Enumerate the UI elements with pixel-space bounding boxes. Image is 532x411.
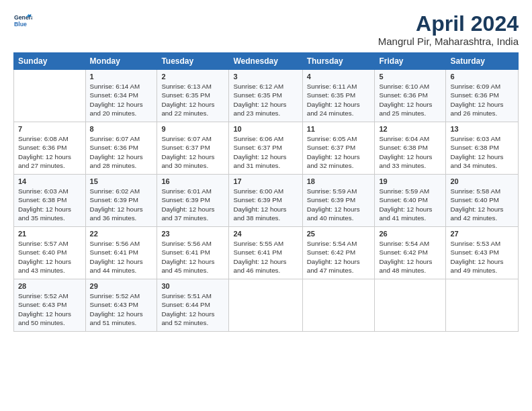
cell-content: Sunrise: 6:10 AM Sunset: 6:36 PM Dayligh… — [379, 82, 441, 118]
day-number: 9 — [161, 125, 224, 133]
cell-content: Sunrise: 5:57 AM Sunset: 6:40 PM Dayligh… — [18, 239, 81, 275]
calendar-cell: 1Sunrise: 6:14 AM Sunset: 6:34 PM Daylig… — [85, 70, 157, 122]
calendar-cell: 13Sunrise: 6:03 AM Sunset: 6:38 PM Dayli… — [446, 122, 519, 175]
calendar-cell: 21Sunrise: 5:57 AM Sunset: 6:40 PM Dayli… — [14, 227, 86, 279]
cell-content: Sunrise: 5:52 AM Sunset: 6:43 PM Dayligh… — [90, 291, 153, 327]
week-row-0: 1Sunrise: 6:14 AM Sunset: 6:34 PM Daylig… — [14, 70, 519, 122]
calendar-cell: 7Sunrise: 6:08 AM Sunset: 6:36 PM Daylig… — [14, 122, 86, 175]
cell-content: Sunrise: 5:59 AM Sunset: 6:40 PM Dayligh… — [379, 187, 441, 222]
cell-content: Sunrise: 5:58 AM Sunset: 6:40 PM Dayligh… — [450, 187, 514, 222]
day-number: 22 — [90, 230, 153, 238]
calendar-table: SundayMondayTuesdayWednesdayThursdayFrid… — [13, 52, 519, 332]
day-number: 18 — [307, 177, 371, 185]
day-number: 30 — [161, 282, 224, 290]
day-number: 5 — [379, 73, 441, 81]
calendar-cell: 2Sunrise: 6:13 AM Sunset: 6:35 PM Daylig… — [157, 70, 229, 122]
day-number: 14 — [18, 177, 81, 185]
cell-content: Sunrise: 6:02 AM Sunset: 6:39 PM Dayligh… — [90, 187, 153, 222]
cell-content: Sunrise: 6:13 AM Sunset: 6:35 PM Dayligh… — [161, 82, 224, 118]
day-number: 12 — [379, 125, 441, 133]
day-number: 3 — [233, 73, 298, 81]
day-number: 19 — [379, 177, 441, 185]
subtitle: Mangrul Pir, Maharashtra, India — [378, 36, 519, 47]
calendar-cell: 20Sunrise: 5:58 AM Sunset: 6:40 PM Dayli… — [446, 175, 519, 227]
cell-content: Sunrise: 6:03 AM Sunset: 6:38 PM Dayligh… — [450, 134, 514, 170]
cell-content: Sunrise: 6:14 AM Sunset: 6:34 PM Dayligh… — [90, 82, 153, 118]
day-number: 6 — [450, 73, 514, 81]
day-number: 21 — [18, 230, 81, 238]
header: General Blue April 2024 Mangrul Pir, Mah… — [13, 12, 519, 47]
day-number: 20 — [450, 177, 514, 185]
week-row-1: 7Sunrise: 6:08 AM Sunset: 6:36 PM Daylig… — [14, 122, 519, 175]
calendar-cell: 29Sunrise: 5:52 AM Sunset: 6:43 PM Dayli… — [85, 279, 157, 332]
calendar-cell: 15Sunrise: 6:02 AM Sunset: 6:39 PM Dayli… — [85, 175, 157, 227]
cell-content: Sunrise: 5:54 AM Sunset: 6:42 PM Dayligh… — [307, 239, 371, 275]
cell-content: Sunrise: 6:01 AM Sunset: 6:39 PM Dayligh… — [161, 187, 224, 222]
cell-content: Sunrise: 5:54 AM Sunset: 6:42 PM Dayligh… — [379, 239, 441, 275]
cell-content: Sunrise: 6:07 AM Sunset: 6:36 PM Dayligh… — [90, 134, 153, 170]
week-row-4: 28Sunrise: 5:52 AM Sunset: 6:43 PM Dayli… — [14, 279, 519, 332]
calendar-cell: 16Sunrise: 6:01 AM Sunset: 6:39 PM Dayli… — [157, 175, 229, 227]
day-number: 8 — [90, 125, 153, 133]
calendar-cell: 9Sunrise: 6:07 AM Sunset: 6:37 PM Daylig… — [157, 122, 229, 175]
col-header-friday: Friday — [375, 53, 446, 70]
col-header-tuesday: Tuesday — [157, 53, 229, 70]
cell-content: Sunrise: 6:03 AM Sunset: 6:38 PM Dayligh… — [18, 187, 81, 222]
calendar-cell: 11Sunrise: 6:05 AM Sunset: 6:37 PM Dayli… — [302, 122, 375, 175]
cell-content: Sunrise: 6:08 AM Sunset: 6:36 PM Dayligh… — [18, 134, 81, 170]
cell-content: Sunrise: 6:04 AM Sunset: 6:38 PM Dayligh… — [379, 134, 441, 170]
cell-content: Sunrise: 5:52 AM Sunset: 6:43 PM Dayligh… — [18, 291, 81, 327]
day-number: 4 — [307, 73, 371, 81]
calendar-cell: 27Sunrise: 5:53 AM Sunset: 6:43 PM Dayli… — [446, 227, 519, 279]
day-number: 24 — [233, 230, 298, 238]
col-header-monday: Monday — [85, 53, 157, 70]
cell-content: Sunrise: 6:11 AM Sunset: 6:35 PM Dayligh… — [307, 82, 371, 118]
calendar-cell: 18Sunrise: 5:59 AM Sunset: 6:39 PM Dayli… — [302, 175, 375, 227]
day-number: 27 — [450, 230, 514, 238]
main-title: April 2024 — [378, 12, 519, 36]
day-number: 17 — [233, 177, 298, 185]
cell-content: Sunrise: 6:07 AM Sunset: 6:37 PM Dayligh… — [161, 134, 224, 170]
col-header-saturday: Saturday — [446, 53, 519, 70]
week-row-2: 14Sunrise: 6:03 AM Sunset: 6:38 PM Dayli… — [14, 175, 519, 227]
day-number: 2 — [161, 73, 224, 81]
calendar-cell: 10Sunrise: 6:06 AM Sunset: 6:37 PM Dayli… — [229, 122, 302, 175]
day-number: 26 — [379, 230, 441, 238]
col-header-sunday: Sunday — [14, 53, 86, 70]
calendar-cell — [14, 70, 86, 122]
cell-content: Sunrise: 5:56 AM Sunset: 6:41 PM Dayligh… — [90, 239, 153, 275]
title-area: April 2024 Mangrul Pir, Maharashtra, Ind… — [378, 12, 519, 47]
day-number: 10 — [233, 125, 298, 133]
calendar-cell: 14Sunrise: 6:03 AM Sunset: 6:38 PM Dayli… — [14, 175, 86, 227]
logo-icon: General Blue — [13, 12, 32, 31]
calendar-cell: 12Sunrise: 6:04 AM Sunset: 6:38 PM Dayli… — [375, 122, 446, 175]
calendar-cell: 23Sunrise: 5:56 AM Sunset: 6:41 PM Dayli… — [157, 227, 229, 279]
calendar-cell: 22Sunrise: 5:56 AM Sunset: 6:41 PM Dayli… — [85, 227, 157, 279]
calendar-cell: 30Sunrise: 5:51 AM Sunset: 6:44 PM Dayli… — [157, 279, 229, 332]
cell-content: Sunrise: 5:56 AM Sunset: 6:41 PM Dayligh… — [161, 239, 224, 275]
calendar-cell: 3Sunrise: 6:12 AM Sunset: 6:35 PM Daylig… — [229, 70, 302, 122]
cell-content: Sunrise: 5:59 AM Sunset: 6:39 PM Dayligh… — [307, 187, 371, 222]
cell-content: Sunrise: 6:06 AM Sunset: 6:37 PM Dayligh… — [233, 134, 298, 170]
calendar-cell: 25Sunrise: 5:54 AM Sunset: 6:42 PM Dayli… — [302, 227, 375, 279]
calendar-cell: 5Sunrise: 6:10 AM Sunset: 6:36 PM Daylig… — [375, 70, 446, 122]
cell-content: Sunrise: 5:51 AM Sunset: 6:44 PM Dayligh… — [161, 291, 224, 327]
day-number: 23 — [161, 230, 224, 238]
cell-content: Sunrise: 6:09 AM Sunset: 6:36 PM Dayligh… — [450, 82, 514, 118]
svg-text:Blue: Blue — [14, 21, 27, 28]
cell-content: Sunrise: 6:00 AM Sunset: 6:39 PM Dayligh… — [233, 187, 298, 222]
calendar-cell — [446, 279, 519, 332]
header-row: SundayMondayTuesdayWednesdayThursdayFrid… — [14, 53, 519, 70]
day-number: 28 — [18, 282, 81, 290]
cell-content: Sunrise: 6:05 AM Sunset: 6:37 PM Dayligh… — [307, 134, 371, 170]
calendar-cell — [375, 279, 446, 332]
calendar-cell: 24Sunrise: 5:55 AM Sunset: 6:41 PM Dayli… — [229, 227, 302, 279]
day-number: 16 — [161, 177, 224, 185]
day-number: 13 — [450, 125, 514, 133]
day-number: 11 — [307, 125, 371, 133]
calendar-cell: 26Sunrise: 5:54 AM Sunset: 6:42 PM Dayli… — [375, 227, 446, 279]
day-number: 25 — [307, 230, 371, 238]
calendar-cell: 8Sunrise: 6:07 AM Sunset: 6:36 PM Daylig… — [85, 122, 157, 175]
calendar-cell — [229, 279, 302, 332]
calendar-cell: 17Sunrise: 6:00 AM Sunset: 6:39 PM Dayli… — [229, 175, 302, 227]
